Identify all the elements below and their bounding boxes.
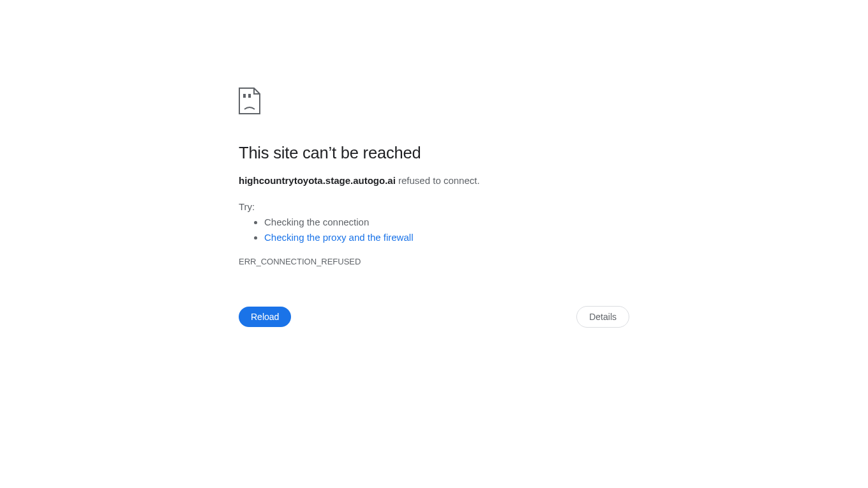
error-code: ERR_CONNECTION_REFUSED [239,257,629,266]
error-host: highcountrytoyota.stage.autogo.ai [239,175,396,186]
svg-rect-1 [248,94,251,98]
proxy-firewall-link[interactable]: Checking the proxy and the firewall [264,232,413,243]
button-row: Reload Details [239,306,629,328]
details-button[interactable]: Details [576,306,629,328]
suggestion-item-proxy: Checking the proxy and the firewall [264,230,629,245]
suggestions-list: Checking the connection Checking the pro… [264,215,629,245]
error-message: highcountrytoyota.stage.autogo.ai refuse… [239,174,629,188]
frown-document-icon [239,88,629,117]
reload-button[interactable]: Reload [239,307,291,327]
svg-rect-0 [243,94,246,98]
try-label: Try: [239,201,629,212]
suggestion-item-connection: Checking the connection [264,215,629,230]
error-page-container: This site can’t be reached highcountryto… [239,0,629,328]
error-title: This site can’t be reached [239,144,629,162]
error-message-suffix: refused to connect. [396,175,480,186]
